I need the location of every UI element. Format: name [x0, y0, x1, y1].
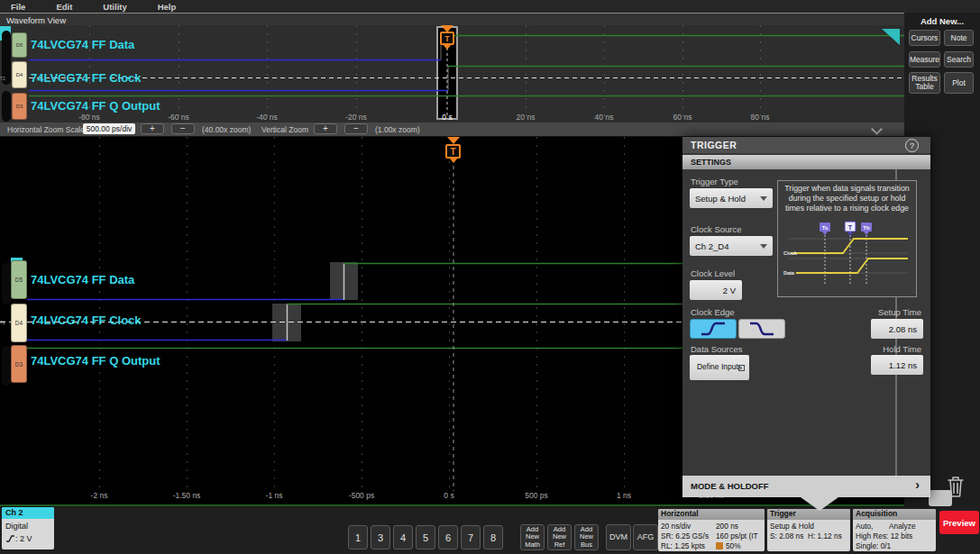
preview-button[interactable]: Preview — [939, 511, 979, 534]
trigger-panel-title: TRIGGER — [691, 140, 737, 150]
trigger-source-tag: T2 — [0, 76, 5, 81]
settings-section-label: SETTINGS — [691, 158, 731, 167]
collapse-chevron-icon[interactable] — [871, 123, 883, 135]
measure-button[interactable]: Measure — [909, 51, 940, 68]
mode-holdoff-section[interactable]: MODE & HOLDOFF › — [682, 476, 930, 497]
clock-source-label: Clock Source — [691, 224, 742, 234]
channel-button-1[interactable]: 1 — [348, 525, 368, 549]
diagram-clock-label: Clock — [783, 250, 798, 256]
setup-time-field[interactable]: 2.08 ns — [871, 319, 923, 339]
trigger-arrow-icon — [447, 137, 460, 144]
acquisition-badge[interactable]: Acquisition Auto, Analyze High Res: 12 b… — [853, 509, 936, 551]
data-sources-label: Data Sources — [691, 344, 743, 354]
channel-button-7[interactable]: 7 — [461, 525, 481, 549]
channel-button-3[interactable]: 3 — [371, 525, 390, 549]
add-new-math-button[interactable]: Add New Math — [520, 524, 545, 550]
hold-time-field[interactable]: 1.12 ns — [871, 355, 923, 375]
add-new-bus-button[interactable]: Add New Bus — [574, 524, 599, 550]
vertical-zoom-minus-button[interactable]: − — [344, 123, 368, 134]
trigger-description-box: Trigger when data signals transition dur… — [777, 180, 917, 297]
setup-time-label: Setup Time — [831, 307, 921, 317]
note-button[interactable]: Note — [944, 30, 974, 46]
dvm-button[interactable]: DVM — [606, 524, 631, 550]
clock-source-dropdown[interactable]: Ch 2_D4 — [690, 236, 773, 256]
cursors-button[interactable]: Cursors — [909, 30, 940, 46]
channel-button-5[interactable]: 5 — [416, 525, 435, 549]
expand-icon — [738, 365, 745, 371]
horizontal-resolution: 160 ps/pt (IT — [716, 531, 758, 540]
trigger-badge[interactable]: Trigger Setup & Hold S: 2.08 ns H: 1.12 … — [767, 509, 850, 551]
bottom-bar: Ch 2 Digital : 2 V 1 3 4 5 6 7 8 Add New… — [0, 507, 980, 554]
channel-badge-d5[interactable]: D5 — [11, 260, 27, 299]
horizontal-zoom-scale-label: Horizontal Zoom Scale — [7, 125, 85, 134]
menu-edit[interactable]: Edit — [56, 2, 72, 12]
ch2-type: Digital — [5, 522, 28, 531]
vertical-zoom-plus-button[interactable]: + — [314, 123, 337, 134]
channel-badge-d4[interactable]: D4 — [11, 304, 27, 342]
help-icon[interactable]: ? — [905, 139, 919, 152]
channel-badge-d4[interactable]: D4 — [12, 61, 27, 88]
acquisition-detail: High Res: 12 bits — [856, 531, 912, 540]
trigger-flag-icon[interactable]: T — [440, 32, 454, 45]
channel-button-6[interactable]: 6 — [438, 525, 458, 549]
channel-label-data: 74LVCG74 FF Data — [31, 273, 134, 286]
trigger-flag-tip-icon — [443, 44, 452, 50]
trigger-type-label: Trigger Type — [691, 177, 738, 186]
menu-file[interactable]: File — [11, 2, 25, 12]
menu-utility[interactable]: Utility — [103, 2, 126, 12]
search-button[interactable]: Search — [944, 51, 974, 68]
falling-edge-icon — [746, 319, 777, 339]
horizontal-zoom-minus-button[interactable]: − — [171, 123, 195, 134]
channel-badge-d5[interactable]: D5 — [12, 32, 27, 58]
add-new-ref-button[interactable]: Add New Ref — [547, 524, 572, 550]
chevron-down-icon — [760, 244, 767, 249]
channel-label-qout: 74LVCG74 FF Q Output — [31, 99, 160, 113]
rising-edge-icon — [5, 533, 15, 544]
diagram-data-label: Data — [783, 270, 795, 276]
horizontal-position-icon — [716, 542, 723, 549]
acquisition-mode: Auto, — [856, 522, 873, 531]
channel-pill — [2, 91, 11, 122]
setup-hold-diagram: Ts T Th Clock Data — [782, 221, 914, 295]
plot-button[interactable]: Plot — [944, 72, 974, 94]
chevron-down-icon — [760, 196, 767, 201]
hold-time-label: Hold Time — [831, 344, 921, 354]
trigger-panel: TRIGGER ? SETTINGS Trigger Type Setup & … — [682, 137, 930, 497]
trigger-flag-tip-icon — [449, 158, 458, 163]
falling-edge-button[interactable] — [738, 319, 785, 339]
clock-edge-label: Clock Edge — [691, 307, 735, 317]
vertical-zoom-label: Vertical Zoom — [261, 125, 308, 134]
trash-icon[interactable] — [945, 474, 966, 499]
horizontal-badge[interactable]: Horizontal 20 ns/div 200 ns SR: 6.25 GS/… — [658, 509, 765, 551]
acquisition-badge-header: Acquisition — [853, 509, 936, 520]
trigger-type: Setup & Hold — [770, 522, 814, 531]
panel-callout-arrow — [801, 497, 838, 511]
waveform-overview: T T2 D5 D4 D3 74LVCG74 FF Data 74LVCG74 … — [0, 25, 904, 123]
channel-button-8[interactable]: 8 — [483, 525, 503, 549]
ch2-badge[interactable]: Ch 2 Digital : 2 V — [2, 507, 54, 549]
trigger-flag-icon[interactable]: T — [445, 144, 461, 159]
clock-level-field[interactable]: 2 V — [690, 280, 742, 300]
horizontal-zoom-plus-button[interactable]: + — [141, 123, 164, 134]
ch2-threshold: : 2 V — [15, 534, 32, 543]
channel-button-4[interactable]: 4 — [393, 525, 413, 549]
menu-help[interactable]: Help — [158, 2, 177, 12]
horizontal-zoom-scale-value[interactable]: 500.00 ps/div — [83, 123, 135, 134]
time-label-zero: 0 s — [442, 113, 452, 122]
channel-label-qout: 74LVCG74 FF Q Output — [31, 354, 160, 368]
rising-edge-button[interactable] — [690, 319, 737, 339]
channel-badge-d3[interactable]: D3 — [11, 345, 27, 383]
horizontal-window: 200 ns — [716, 522, 738, 531]
horizontal-position: 50% — [726, 541, 741, 550]
channel-label-clock: 74LVCG74 FF Clock — [31, 71, 142, 85]
channel-badge-d3[interactable]: D3 — [12, 93, 27, 120]
waveform-view-title: Waveform View — [6, 15, 66, 25]
trigger-type-dropdown[interactable]: Setup & Hold — [690, 188, 773, 208]
horizontal-recordlen: RL: 1.25 kpts — [661, 541, 705, 550]
trigger-description: Trigger when data signals transition dur… — [781, 184, 913, 213]
afg-button[interactable]: AFG — [633, 524, 658, 550]
waveform-view-tab[interactable]: Waveform View — [0, 13, 904, 25]
overview-corner-flag-icon — [882, 29, 900, 45]
settings-section[interactable]: SETTINGS — [682, 155, 930, 169]
results-table-button[interactable]: Results Table — [909, 72, 940, 94]
